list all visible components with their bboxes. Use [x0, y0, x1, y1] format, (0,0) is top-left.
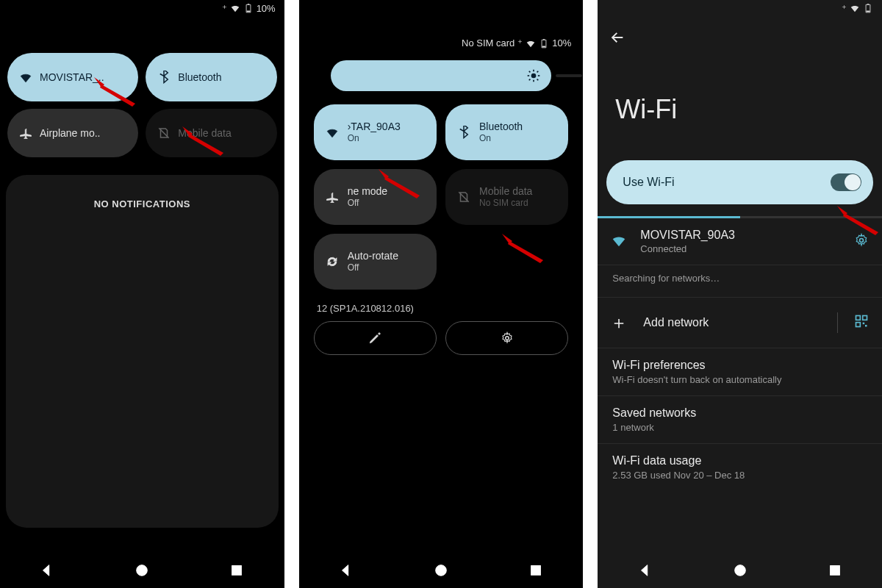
svg-line-13 — [529, 71, 531, 73]
svg-rect-6 — [543, 39, 545, 40]
rotate-icon — [326, 255, 339, 268]
back-button[interactable] — [598, 16, 882, 53]
nav-back[interactable] — [637, 562, 653, 578]
svg-rect-23 — [867, 11, 870, 12]
settings-button[interactable] — [445, 321, 568, 355]
svg-point-24 — [860, 238, 864, 242]
use-wifi-label: Use Wi-Fi — [623, 176, 674, 189]
svg-rect-7 — [542, 46, 546, 48]
row-sub: 1 network — [612, 422, 867, 433]
svg-point-8 — [531, 74, 537, 79]
edit-tiles-button[interactable] — [314, 321, 437, 355]
add-network-row[interactable]: ＋ Add network — [598, 298, 882, 348]
row-title: Wi-Fi data usage — [612, 454, 867, 467]
tile-sub: On — [479, 133, 523, 144]
no-sim-icon — [457, 190, 470, 204]
qs-row-2: Airplane mo.. Mobile data — [0, 109, 284, 157]
qs-tile-wifi[interactable]: ›TAR_90A3 On — [314, 104, 437, 160]
brightness-track — [556, 74, 582, 77]
airplane-icon — [326, 190, 339, 204]
svg-line-15 — [529, 79, 531, 81]
nav-home[interactable] — [732, 562, 748, 578]
bluetooth-icon — [457, 126, 470, 139]
svg-rect-21 — [531, 566, 540, 576]
connected-network-row[interactable]: MOVISTAR_90A3 Connected — [598, 218, 882, 265]
tile-sub: On — [348, 133, 401, 144]
tile-sub: No SIM card — [479, 198, 532, 209]
qs-tile-label: Mobile data — [178, 127, 231, 139]
network-name: MOVISTAR_90A3 — [640, 229, 841, 242]
pencil-icon — [368, 331, 381, 345]
row-sub: Wi-Fi doesn't turn back on automatically — [612, 374, 867, 385]
qs-tile-label: MOVISTAR_.. — [40, 71, 104, 83]
tile-title: Bluetooth — [479, 121, 523, 134]
bolt-icon: ⁺ — [222, 3, 227, 14]
nav-back[interactable] — [338, 562, 354, 578]
svg-point-4 — [137, 565, 148, 576]
wifi-switch[interactable] — [831, 173, 861, 191]
airplane-icon — [19, 126, 32, 140]
svg-line-14 — [537, 79, 539, 81]
svg-marker-30 — [837, 206, 847, 216]
qs-tile-autorotate[interactable]: Auto-rotate Off — [314, 234, 437, 290]
status-bar: ⁺ — [598, 0, 882, 16]
row-sub: 2.53 GB used Nov 20 – Dec 18 — [612, 470, 867, 481]
svg-point-31 — [734, 565, 745, 576]
arrow-back-icon — [609, 29, 625, 46]
tab-indicator — [598, 216, 882, 218]
svg-rect-1 — [246, 11, 250, 12]
svg-rect-22 — [867, 4, 869, 4]
qs-tile-airplane[interactable]: ne mode Off — [314, 169, 437, 225]
qs-tile-wifi[interactable]: MOVISTAR_.. — [7, 53, 138, 101]
tile-title: ›TAR_90A3 — [348, 121, 401, 134]
panel-quick-settings-expanded: No SIM card ⁺ 10% ›TAR_90A3 On Bluetooth… — [299, 0, 584, 588]
svg-rect-28 — [863, 323, 865, 325]
svg-rect-25 — [856, 316, 861, 320]
nav-bar — [0, 553, 284, 588]
svg-point-17 — [505, 337, 509, 340]
battery-icon — [243, 3, 254, 13]
qs-tile-mobiledata[interactable]: Mobile data — [146, 109, 276, 157]
nav-recent[interactable] — [528, 562, 544, 578]
wifi-icon — [611, 232, 627, 251]
page-title: Wi-Fi — [598, 53, 882, 160]
use-wifi-toggle-row[interactable]: Use Wi-Fi — [606, 160, 873, 204]
qs-tile-label: Airplane mo.. — [40, 127, 100, 139]
brightness-icon — [526, 68, 541, 83]
qs-tile-bluetooth[interactable]: Bluetooth — [146, 53, 276, 101]
saved-networks-row[interactable]: Saved networks 1 network — [598, 396, 882, 444]
nav-recent[interactable] — [229, 562, 245, 578]
wifi-preferences-row[interactable]: Wi-Fi preferences Wi-Fi doesn't turn bac… — [598, 348, 882, 396]
brightness-slider[interactable] — [331, 60, 551, 91]
tile-title: Mobile data — [479, 185, 532, 198]
qs-tile-mobiledata[interactable]: Mobile data No SIM card — [445, 169, 568, 225]
status-bar: ⁺ 10% — [0, 0, 284, 16]
battery-icon — [539, 38, 549, 49]
nav-back[interactable] — [39, 562, 55, 578]
panel-quick-settings-collapsed: ⁺ 10% MOVISTAR_.. Bluetooth Airplane mo.… — [0, 0, 284, 588]
bluetooth-icon — [157, 71, 171, 84]
network-settings-button[interactable] — [854, 233, 869, 251]
panel-wifi-settings: ⁺ Wi-Fi Use Wi-Fi MOVISTAR_90A3 Connecte… — [598, 0, 882, 588]
battery-pct: 10% — [552, 37, 571, 49]
wifi-icon — [526, 38, 536, 49]
bolt-icon: ⁺ — [842, 3, 847, 14]
gear-icon — [501, 331, 514, 345]
nav-bar — [598, 553, 882, 588]
nav-home[interactable] — [433, 562, 449, 578]
svg-point-20 — [436, 565, 447, 576]
svg-rect-26 — [863, 316, 867, 320]
svg-rect-29 — [865, 325, 867, 327]
wifi-data-usage-row[interactable]: Wi-Fi data usage 2.53 GB used Nov 20 – D… — [598, 444, 882, 491]
svg-rect-0 — [247, 4, 248, 4]
svg-rect-32 — [830, 566, 839, 576]
qs-tile-bluetooth[interactable]: Bluetooth On — [445, 104, 568, 160]
nav-home[interactable] — [134, 562, 150, 578]
qr-scan-button[interactable] — [854, 314, 869, 331]
qs-tile-airplane[interactable]: Airplane mo.. — [7, 109, 138, 157]
tile-sub: Off — [348, 198, 387, 209]
qs-actions — [299, 321, 584, 355]
nav-recent[interactable] — [827, 562, 843, 578]
bolt-icon: ⁺ — [517, 37, 523, 49]
plus-icon: ＋ — [611, 315, 627, 331]
